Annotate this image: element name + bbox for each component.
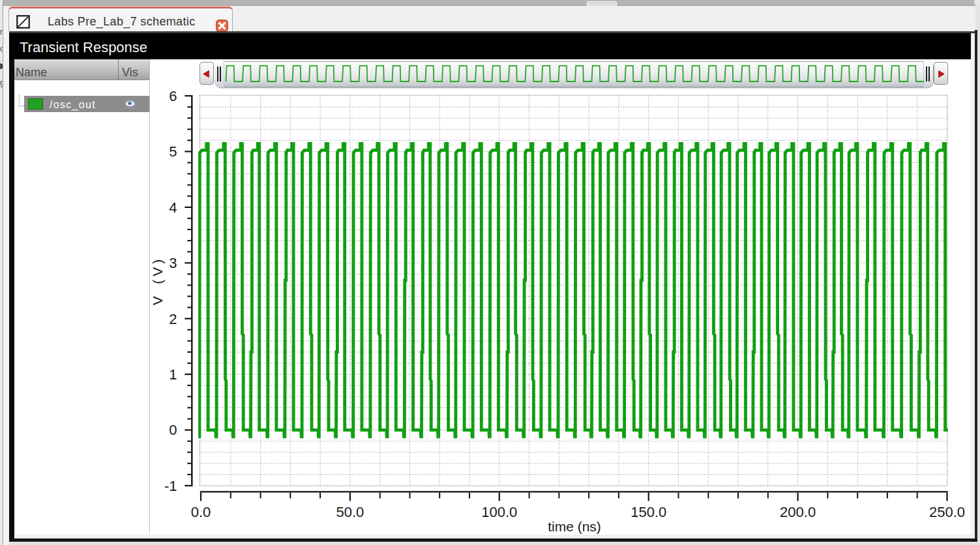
svg-text:V (V): V (V) <box>150 256 165 305</box>
svg-text:100.0: 100.0 <box>481 504 517 520</box>
svg-text:time (ns): time (ns) <box>548 519 601 534</box>
svg-text:0: 0 <box>169 422 177 438</box>
svg-text:4: 4 <box>169 199 177 216</box>
svg-text:250.0: 250.0 <box>929 504 965 520</box>
svg-text:200.0: 200.0 <box>780 504 816 520</box>
svg-text:3: 3 <box>169 255 177 271</box>
svg-text:1: 1 <box>169 366 177 383</box>
svg-text:0.0: 0.0 <box>191 504 211 520</box>
svg-text:50.0: 50.0 <box>336 504 364 520</box>
svg-text:6: 6 <box>169 88 177 104</box>
svg-text:5: 5 <box>169 143 177 160</box>
svg-text:150.0: 150.0 <box>631 504 666 520</box>
svg-text:-1: -1 <box>164 478 177 494</box>
svg-text:2: 2 <box>169 311 177 327</box>
